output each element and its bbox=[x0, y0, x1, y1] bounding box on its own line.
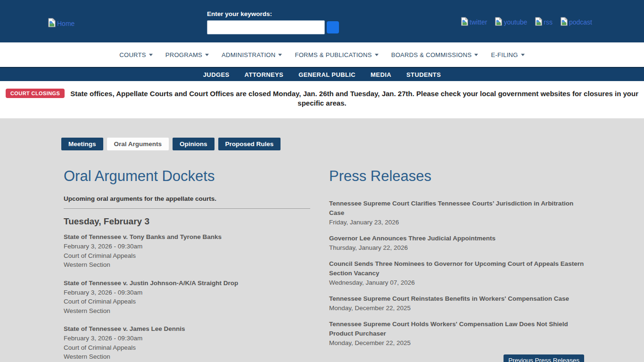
social-link-label: podcast bbox=[569, 18, 592, 26]
previous-press-releases-button[interactable]: Previous Press Releases bbox=[504, 354, 584, 362]
secondary-nav-item[interactable]: STUDENTS bbox=[406, 71, 441, 78]
chevron-down-icon bbox=[375, 54, 379, 56]
secondary-nav-item[interactable]: ATTORNEYS bbox=[245, 71, 284, 78]
chevron-down-icon bbox=[521, 54, 525, 56]
docket-case: State of Tennessee v. Tony Banks and Tyr… bbox=[64, 232, 310, 270]
chevron-down-icon bbox=[278, 54, 282, 56]
divider bbox=[64, 208, 310, 209]
tab-opinions[interactable]: Opinions bbox=[173, 138, 215, 150]
case-court: Court of Criminal Appeals bbox=[64, 251, 310, 261]
press-release-date: Friday, January 23, 2026 bbox=[329, 218, 584, 227]
search-input[interactable] bbox=[207, 20, 325, 34]
case-title-link[interactable]: State of Tennessee v. Justin Johnson-A/K… bbox=[64, 279, 310, 288]
chevron-down-icon bbox=[474, 54, 478, 56]
press-release-date: Monday, December 22, 2025 bbox=[329, 304, 584, 313]
docket-case: State of Tennessee v. Justin Johnson-A/K… bbox=[64, 279, 310, 316]
press-release-title-link[interactable]: Tennessee Supreme Court Reinstates Benef… bbox=[329, 294, 584, 304]
main-nav-item-label: COURTS bbox=[119, 51, 146, 58]
secondary-nav-item[interactable]: JUDGES bbox=[203, 71, 230, 78]
case-datetime: February 3, 2026 - 09:30am bbox=[64, 334, 310, 343]
case-datetime: February 3, 2026 - 09:30am bbox=[64, 242, 310, 251]
press-release-date: Monday, December 22, 2025 bbox=[329, 338, 584, 348]
chevron-down-icon bbox=[205, 54, 209, 56]
search-label: Enter your keywords: bbox=[207, 10, 339, 17]
home-link[interactable]: Home bbox=[48, 18, 74, 29]
social-link[interactable]: youtube bbox=[495, 17, 527, 27]
press-release-item: Tennessee Supreme Court Reinstates Benef… bbox=[329, 294, 584, 313]
court-closings-badge: COURT CLOSINGS bbox=[6, 89, 65, 98]
chevron-down-icon bbox=[149, 54, 153, 56]
main-nav-item[interactable]: COURTS bbox=[119, 51, 152, 58]
press-release-title-link[interactable]: Tennessee Supreme Court Holds Workers' C… bbox=[329, 320, 584, 338]
content-area: Meetings Oral Arguments Opinions Propose… bbox=[0, 118, 644, 357]
case-title-link[interactable]: State of Tennessee v. James Lee Dennis bbox=[64, 324, 310, 334]
press-release-date: Wednesday, January 07, 2026 bbox=[329, 278, 584, 288]
main-nav-item[interactable]: BOARDS & COMMISSIONS bbox=[391, 51, 479, 58]
case-datetime: February 3, 2026 - 09:30am bbox=[64, 288, 310, 297]
press-release-item: Council Sends Three Nominees to Governor… bbox=[329, 259, 584, 288]
announcement-bar: COURT CLOSINGSState offices, Appellate C… bbox=[0, 81, 644, 118]
case-section: Western Section bbox=[64, 306, 310, 316]
social-link[interactable]: rss bbox=[535, 17, 553, 27]
social-link-label: rss bbox=[544, 18, 553, 26]
press-release-item: Tennessee Supreme Court Holds Workers' C… bbox=[329, 320, 584, 348]
secondary-nav-item[interactable]: MEDIA bbox=[371, 71, 391, 78]
tab-proposed-rules[interactable]: Proposed Rules bbox=[218, 138, 281, 150]
secondary-nav: JUDGESATTORNEYSGENERAL PUBLICMEDIASTUDEN… bbox=[0, 67, 644, 81]
case-court: Court of Criminal Appeals bbox=[64, 297, 310, 306]
main-nav-item[interactable]: PROGRAMS bbox=[165, 51, 209, 58]
main-nav-item[interactable]: FORMS & PUBLICATIONS bbox=[295, 51, 378, 58]
press-release-title-link[interactable]: Council Sends Three Nominees to Governor… bbox=[329, 259, 584, 278]
tab-bar: Meetings Oral Arguments Opinions Propose… bbox=[61, 138, 584, 150]
main-nav-item-label: PROGRAMS bbox=[165, 51, 202, 58]
main-nav-item-label: E-FILING bbox=[491, 51, 518, 58]
main-nav-item-label: FORMS & PUBLICATIONS bbox=[295, 51, 372, 58]
search-button[interactable] bbox=[327, 21, 339, 33]
main-nav-item[interactable]: E-FILING bbox=[491, 51, 524, 58]
main-nav-item[interactable]: ADMINISTRATION bbox=[222, 51, 282, 58]
social-link-label: youtube bbox=[504, 18, 527, 26]
top-header: Home Enter your keywords: twitter bbox=[0, 0, 644, 42]
broken-image-icon bbox=[48, 18, 56, 29]
announcement-text: State offices, Appellate Courts and Cour… bbox=[70, 90, 638, 107]
broken-image-icon bbox=[461, 17, 469, 27]
tab-oral-arguments[interactable]: Oral Arguments bbox=[107, 138, 169, 150]
press-release-title-link[interactable]: Tennessee Supreme Court Clarifies Tennes… bbox=[329, 199, 584, 218]
oral-argument-dockets-section: Oral Argument Dockets Upcoming oral argu… bbox=[64, 168, 310, 362]
main-nav: COURTS PROGRAMS ADMINISTRATION FORMS & P… bbox=[0, 42, 644, 67]
press-release-item: Tennessee Supreme Court Clarifies Tennes… bbox=[329, 199, 584, 227]
press-release-item: Governor Lee Announces Three Judicial Ap… bbox=[329, 234, 584, 253]
social-links: twitter youtube rss bbox=[461, 17, 592, 27]
case-section: Western Section bbox=[64, 352, 310, 362]
social-link[interactable]: twitter bbox=[461, 17, 487, 27]
docket-case-list: State of Tennessee v. Tony Banks and Tyr… bbox=[64, 232, 310, 362]
broken-image-icon bbox=[535, 17, 543, 27]
press-title: Press Releases bbox=[329, 168, 584, 185]
broken-image-icon bbox=[495, 17, 503, 27]
social-link-label: twitter bbox=[470, 18, 487, 26]
tab-meetings[interactable]: Meetings bbox=[61, 138, 103, 150]
press-releases-section: Press Releases Tennessee Supreme Court C… bbox=[329, 168, 584, 362]
main-nav-item-label: ADMINISTRATION bbox=[222, 51, 275, 58]
docket-day-heading: Tuesday, February 3 bbox=[64, 216, 310, 227]
home-link-label: Home bbox=[57, 20, 74, 27]
broken-image-icon bbox=[560, 17, 568, 27]
dockets-subtitle: Upcoming oral arguments for the appellat… bbox=[64, 195, 310, 202]
dockets-title: Oral Argument Dockets bbox=[64, 168, 310, 185]
case-section: Western Section bbox=[64, 260, 310, 270]
secondary-nav-item[interactable]: GENERAL PUBLIC bbox=[298, 71, 355, 78]
social-link[interactable]: podcast bbox=[560, 17, 592, 27]
case-title-link[interactable]: State of Tennessee v. Tony Banks and Tyr… bbox=[64, 232, 310, 242]
case-court: Court of Criminal Appeals bbox=[64, 343, 310, 353]
docket-case: State of Tennessee v. James Lee Dennis F… bbox=[64, 324, 310, 362]
press-release-title-link[interactable]: Governor Lee Announces Three Judicial Ap… bbox=[329, 234, 584, 243]
search-area: Enter your keywords: bbox=[207, 10, 339, 34]
press-release-date: Thursday, January 22, 2026 bbox=[329, 243, 584, 253]
main-nav-item-label: BOARDS & COMMISSIONS bbox=[391, 51, 472, 58]
press-release-list: Tennessee Supreme Court Clarifies Tennes… bbox=[329, 199, 584, 348]
